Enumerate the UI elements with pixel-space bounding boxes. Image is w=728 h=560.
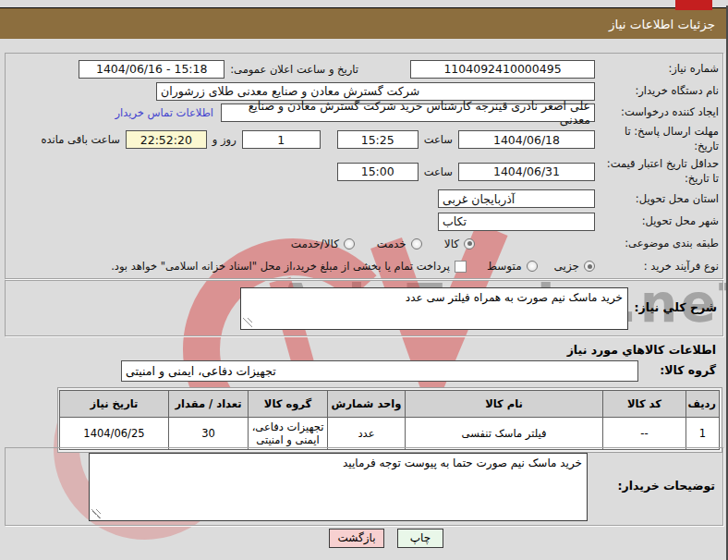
need-number-label: شماره نیاز:: [595, 62, 719, 77]
row-need-number: شماره نیاز: 1104092410000495 تاریخ و ساع…: [9, 57, 719, 80]
remaining-days-label: روز و: [212, 133, 237, 146]
row-delivery-city: شهر محل تحویل: تکاب: [9, 210, 719, 232]
buyer-notes-textarea[interactable]: خرید ماسک نیم صورت حتما به پیوست توجه فر…: [89, 453, 588, 521]
delivery-city-label: شهر محل تحویل:: [595, 214, 719, 229]
option-goods-service[interactable]: کالا/خدمت: [291, 237, 355, 250]
goods-section-title: اطلاعات کالاهاي مورد نیاز: [567, 343, 716, 357]
deadline-hour-field[interactable]: 15:25: [337, 130, 419, 149]
deadline-date-field[interactable]: 1404/06/18: [458, 130, 595, 149]
need-description-label: شرح کلي نیاز:: [628, 300, 717, 316]
response-deadline-label: مهلت ارسال پاسخ: تا تاریخ:: [595, 125, 719, 153]
option-service[interactable]: خدمت: [377, 237, 422, 250]
buyer-org-field[interactable]: شرکت گسترش معادن و صنایع معدنی طلای زرشو…: [156, 82, 595, 101]
countdown-field: 22:52:20: [126, 130, 207, 149]
request-creator-label: ایجاد کننده درخواست:: [595, 105, 719, 120]
service-radio[interactable]: [411, 238, 422, 250]
goods-service-radio-label: کالا/خدمت: [291, 237, 339, 250]
minor-radio-label: جزیی: [554, 260, 579, 273]
row-goods-group: گروه کالا: تجهیزات دفاعی، ایمنی و امنیتی: [5, 359, 723, 383]
need-info-panel: شماره نیاز: 1104092410000495 تاریخ و ساع…: [5, 53, 723, 279]
option-minor[interactable]: جزیی: [554, 260, 595, 273]
price-validity-hour-label: ساعت: [424, 165, 453, 178]
cell-item-name: فیلتر ماسک تنفسی: [406, 418, 603, 450]
buyer-notes-label: توضیحات خریدار:: [588, 479, 715, 494]
medium-radio-label: متوسط: [487, 260, 522, 273]
treasury-payment-label: پرداخت تمام یا بخشی از مبلغ خرید،از محل …: [111, 260, 450, 273]
row-subject-classification: طبقه بندی موضوعی: کالا خدمت کالا/خدمت: [9, 233, 719, 255]
cell-group: تجهیزات دفاعی، ایمنی و امنیتی: [249, 418, 328, 450]
cell-need-date: 1404/06/25: [60, 418, 169, 450]
goods-service-radio[interactable]: [344, 238, 355, 250]
cell-item-code: --: [603, 418, 686, 450]
announce-datetime-label: تاریخ و ساعت اعلان عمومی:: [230, 63, 358, 76]
goods-radio-label: کالا: [444, 237, 459, 250]
row-process-type: نوع فرآیند خرید : جزیی متوسط پرداخت تمام…: [9, 255, 719, 278]
row-price-validity: حداقل تاریخ اعتبار قیمت: تا تاریخ: 1404/…: [9, 155, 719, 188]
delivery-province-label: استان محل تحویل:: [595, 192, 719, 207]
minor-radio[interactable]: [584, 261, 595, 272]
deadline-hour-label: ساعت: [424, 133, 453, 146]
subject-classification-label: طبقه بندی موضوعی:: [595, 237, 719, 251]
col-group: گروه کالا: [249, 391, 328, 418]
goods-table-header-row: ردیف کد کالا نام کالا واحد شمارش گروه کا…: [60, 391, 720, 418]
col-quantity: تعداد / مقدار: [169, 391, 249, 418]
need-description-panel: شرح کلي نیاز: خرید ماسک نیم صورت به همرا…: [5, 280, 723, 336]
cell-row-number: 1: [686, 418, 720, 450]
process-type-label: نوع فرآیند خرید :: [595, 260, 719, 274]
col-need-date: تاریخ نیاز: [60, 391, 169, 418]
option-medium[interactable]: متوسط: [487, 260, 538, 273]
goods-radio[interactable]: [464, 238, 475, 250]
treasury-payment-option[interactable]: پرداخت تمام یا بخشی از مبلغ خرید،از محل …: [111, 260, 467, 273]
treasury-payment-checkbox[interactable]: [455, 261, 467, 273]
goods-table: ردیف کد کالا نام کالا واحد شمارش گروه کا…: [59, 390, 720, 450]
col-item-name: نام کالا: [406, 391, 603, 418]
row-response-deadline: مهلت ارسال پاسخ: تا تاریخ: 1404/06/18 سا…: [9, 124, 719, 156]
remaining-days-field[interactable]: 1: [242, 130, 321, 149]
goods-group-label: گروه کالا:: [638, 363, 723, 379]
back-button[interactable]: بازگشت: [329, 529, 384, 548]
delivery-city-field[interactable]: تکاب: [438, 213, 595, 231]
row-request-creator: ایجاد کننده درخواست: علی اصغر نادری قینر…: [9, 102, 719, 123]
option-goods[interactable]: کالا: [444, 237, 475, 250]
row-delivery-province: استان محل تحویل: آذربایجان غربی: [9, 188, 719, 210]
goods-table-box: ردیف کد کالا نام کالا واحد شمارش گروه کا…: [57, 387, 722, 453]
recording-badge: [675, 0, 712, 10]
medium-radio[interactable]: [527, 261, 538, 272]
page-title: جزئیات اطلاعات نیاز: [0, 7, 728, 39]
page-title-text: جزئیات اطلاعات نیاز: [609, 17, 715, 31]
table-row[interactable]: 1 -- فیلتر ماسک تنفسی عدد تجهیزات دفاعی،…: [60, 418, 720, 450]
bottom-buttons: چاپ بازگشت: [0, 527, 728, 549]
buyer-contact-link[interactable]: اطلاعات تماس خریدار: [115, 106, 213, 119]
goods-group-field[interactable]: تجهیزات دفاعی، ایمنی و امنیتی: [121, 360, 638, 382]
countdown-label: ساعت باقی مانده: [42, 133, 120, 146]
col-item-code: کد کالا: [603, 391, 686, 418]
price-validity-hour-field[interactable]: 15:00: [337, 163, 419, 181]
service-radio-label: خدمت: [377, 237, 406, 250]
cell-quantity: 30: [169, 418, 249, 450]
need-description-text: خرید ماسک نیم صورت به همراه فیلتر سی عدد: [406, 291, 623, 304]
buyer-notes-panel: توضیحات خریدار: خرید ماسک نیم صورت حتما …: [5, 447, 723, 526]
need-number-field[interactable]: 1104092410000495: [410, 60, 595, 79]
cell-unit: عدد: [328, 418, 406, 450]
need-description-textarea[interactable]: خرید ماسک نیم صورت به همراه فیلتر سی عدد: [240, 287, 628, 330]
col-row-number: ردیف: [686, 391, 720, 418]
col-unit: واحد شمارش: [328, 391, 406, 418]
request-creator-field[interactable]: علی اصغر نادری قینرجه کارشناس خرید شرکت …: [221, 103, 595, 122]
buyer-notes-text: خرید ماسک نیم صورت حتما به پیوست توجه فر…: [343, 457, 582, 469]
delivery-province-field[interactable]: آذربایجان غربی: [438, 189, 595, 208]
announce-datetime-field[interactable]: 1404/06/16 - 15:18: [79, 60, 224, 79]
print-button[interactable]: چاپ: [397, 529, 443, 548]
buyer-org-label: نام دستگاه خریدار:: [595, 84, 719, 99]
price-validity-label: حداقل تاریخ اعتبار قیمت: تا تاریخ:: [595, 157, 719, 186]
price-validity-date-field[interactable]: 1404/06/31: [458, 163, 595, 181]
need-details-page: جزئیات اطلاعات نیاز AriaTender.neT شماره…: [0, 0, 728, 560]
